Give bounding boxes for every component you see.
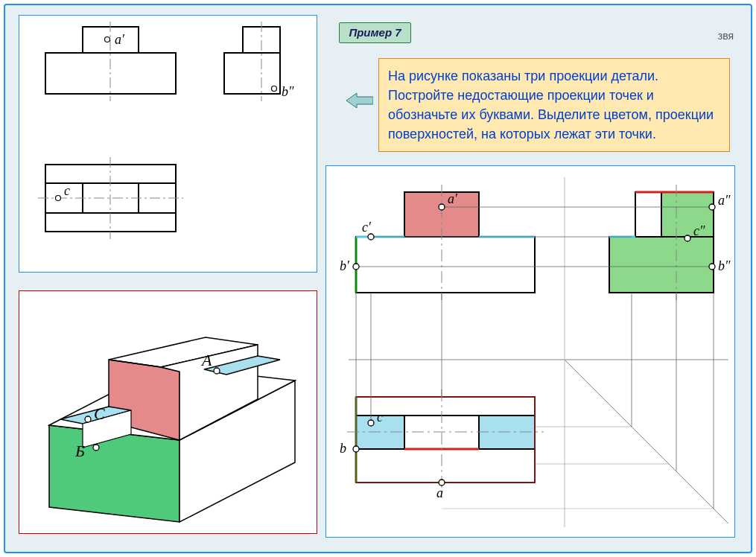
svg-point-31 xyxy=(85,416,91,422)
label-a-prime: a′ xyxy=(115,32,125,47)
svg-point-82 xyxy=(684,235,690,241)
label-c-3: c xyxy=(377,410,383,424)
label-a-3: a xyxy=(436,486,443,500)
svg-point-80 xyxy=(353,264,359,270)
panel-isometric: А Б С xyxy=(19,290,317,534)
label-c: c xyxy=(64,183,70,198)
svg-point-83 xyxy=(709,264,715,270)
label-a-prime-3: a′ xyxy=(448,191,458,206)
svg-point-13 xyxy=(56,196,61,201)
label-c-dprime-3: c″ xyxy=(693,223,705,238)
label-b-dprime: b″ xyxy=(282,84,294,99)
svg-point-81 xyxy=(709,204,715,210)
label-C: С xyxy=(94,404,105,423)
svg-point-30 xyxy=(93,445,99,451)
label-a-dprime-3: a″ xyxy=(718,193,731,208)
label-b-prime-3: b′ xyxy=(340,258,350,273)
svg-marker-36 xyxy=(356,237,535,293)
svg-point-29 xyxy=(214,368,220,374)
svg-point-86 xyxy=(439,480,445,486)
svg-point-5 xyxy=(272,86,277,92)
panel-solution-views: a′ c′ b′ a″ c″ b″ c b a xyxy=(325,165,735,538)
svg-point-84 xyxy=(368,420,374,426)
svg-line-34 xyxy=(565,360,728,523)
label-c-prime-3: c′ xyxy=(362,220,372,235)
task-text: На рисунке показаны три проекции детали.… xyxy=(378,58,730,152)
svg-marker-14 xyxy=(49,425,180,522)
label-A: А xyxy=(200,351,212,369)
arrow-left-icon xyxy=(346,93,373,108)
example-badge: Пример 7 xyxy=(339,22,411,43)
svg-point-2 xyxy=(105,37,110,42)
label-b-3: b xyxy=(340,441,346,456)
svg-point-85 xyxy=(353,446,359,452)
panel-three-views: a′ b″ xyxy=(19,15,317,273)
svg-point-78 xyxy=(439,204,445,210)
label-b-dprime-3: b″ xyxy=(718,258,731,273)
svg-point-79 xyxy=(368,234,374,240)
author-code: звя xyxy=(718,30,734,42)
label-B: Б xyxy=(74,442,85,460)
